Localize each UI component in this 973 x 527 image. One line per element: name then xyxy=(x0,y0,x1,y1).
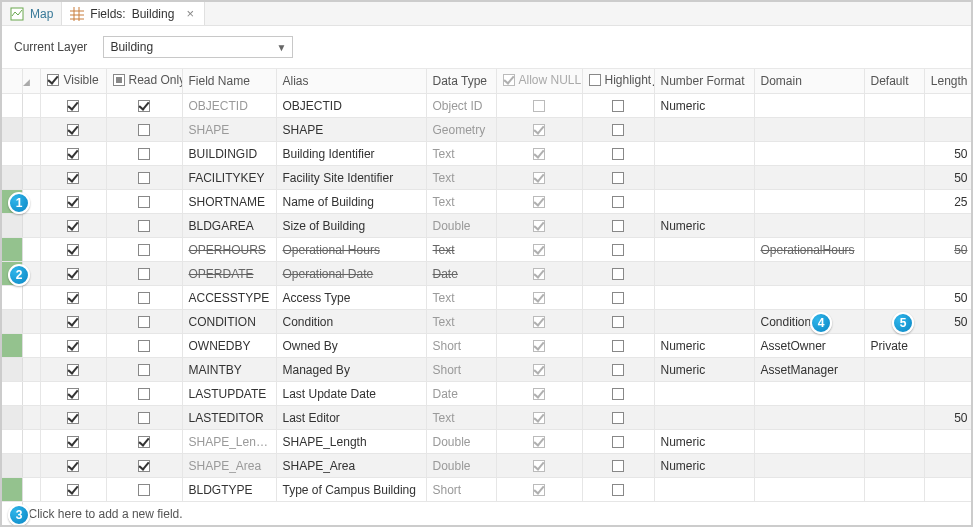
readonly-checkbox[interactable] xyxy=(138,292,150,304)
table-row[interactable]: SHAPE_AreaSHAPE_AreaDoubleNumeric xyxy=(2,454,973,478)
visible-checkbox[interactable] xyxy=(67,388,79,400)
readonly-checkbox[interactable] xyxy=(138,148,150,160)
tab-fields[interactable]: Fields: Building × xyxy=(62,2,205,25)
cell-fieldname[interactable]: ACCESSTYPE xyxy=(182,286,276,310)
cell-datatype[interactable]: Geometry xyxy=(426,118,496,142)
cell-datatype[interactable]: Date xyxy=(426,262,496,286)
cell-datatype[interactable]: Text xyxy=(426,310,496,334)
readonly-checkbox[interactable] xyxy=(138,220,150,232)
cell-domain[interactable] xyxy=(754,478,864,502)
highlight-checkbox[interactable] xyxy=(612,244,624,256)
header-alias[interactable]: Alias xyxy=(276,69,426,94)
cell-length[interactable]: 50 xyxy=(924,310,973,334)
table-row[interactable]: BLDGAREASize of BuildingDoubleNumeric xyxy=(2,214,973,238)
row-header[interactable] xyxy=(2,478,22,502)
row-selector[interactable] xyxy=(22,118,40,142)
cell-alias[interactable]: Managed By xyxy=(276,358,426,382)
cell-datatype[interactable]: Short xyxy=(426,478,496,502)
cell-datatype[interactable]: Text xyxy=(426,142,496,166)
table-row[interactable]: FACILITYKEYFacility Site IdentifierText5… xyxy=(2,166,973,190)
cell-fieldname[interactable]: MAINTBY xyxy=(182,358,276,382)
readonly-checkbox[interactable] xyxy=(138,196,150,208)
cell-default[interactable] xyxy=(864,478,924,502)
layer-select[interactable]: Building ▼ xyxy=(103,36,293,58)
cell-fieldname[interactable]: BLDGAREA xyxy=(182,214,276,238)
cell-fieldname[interactable]: OBJECTID xyxy=(182,94,276,118)
row-selector[interactable] xyxy=(22,166,40,190)
readonly-checkbox[interactable] xyxy=(138,124,150,136)
cell-default[interactable] xyxy=(864,382,924,406)
readonly-checkbox[interactable] xyxy=(138,412,150,424)
cell-numberformat[interactable]: Numeric xyxy=(654,358,754,382)
row-selector[interactable] xyxy=(22,406,40,430)
table-row[interactable]: OPERDATEOperational DateDate xyxy=(2,262,973,286)
cell-length[interactable] xyxy=(924,214,973,238)
cell-length[interactable] xyxy=(924,334,973,358)
header-readonly[interactable]: Read Only xyxy=(106,69,182,94)
cell-length[interactable] xyxy=(924,94,973,118)
header-numberformat[interactable]: Number Format xyxy=(654,69,754,94)
cell-datatype[interactable]: Short xyxy=(426,358,496,382)
cell-numberformat[interactable] xyxy=(654,118,754,142)
highlight-checkbox[interactable] xyxy=(612,268,624,280)
visible-checkbox[interactable] xyxy=(67,316,79,328)
row-header[interactable] xyxy=(2,94,22,118)
cell-default[interactable] xyxy=(864,166,924,190)
highlight-checkbox[interactable] xyxy=(612,460,624,472)
cell-alias[interactable]: Size of Building xyxy=(276,214,426,238)
row-header[interactable] xyxy=(2,382,22,406)
highlight-checkbox[interactable] xyxy=(612,124,624,136)
cell-fieldname[interactable]: SHAPE_Length xyxy=(182,430,276,454)
row-header[interactable] xyxy=(2,214,22,238)
cell-domain[interactable] xyxy=(754,142,864,166)
header-visible[interactable]: Visible xyxy=(40,69,106,94)
cell-domain[interactable]: AssetOwner xyxy=(754,334,864,358)
cell-numberformat[interactable] xyxy=(654,310,754,334)
cell-fieldname[interactable]: BLDGTYPE xyxy=(182,478,276,502)
cell-numberformat[interactable] xyxy=(654,478,754,502)
cell-datatype[interactable]: Object ID xyxy=(426,94,496,118)
readonly-checkbox[interactable] xyxy=(138,316,150,328)
cell-domain[interactable] xyxy=(754,190,864,214)
cell-numberformat[interactable] xyxy=(654,238,754,262)
cell-fieldname[interactable]: OWNEDBY xyxy=(182,334,276,358)
cell-alias[interactable]: Last Update Date xyxy=(276,382,426,406)
cell-alias[interactable]: OBJECTID xyxy=(276,94,426,118)
highlight-checkbox[interactable] xyxy=(612,196,624,208)
cell-length[interactable] xyxy=(924,262,973,286)
cell-datatype[interactable]: Double xyxy=(426,454,496,478)
row-selector[interactable] xyxy=(22,94,40,118)
table-row[interactable]: SHAPESHAPEGeometry xyxy=(2,118,973,142)
highlight-checkbox[interactable] xyxy=(612,148,624,160)
cell-alias[interactable]: Operational Hours xyxy=(276,238,426,262)
visible-checkbox[interactable] xyxy=(67,412,79,424)
cell-alias[interactable]: Operational Date xyxy=(276,262,426,286)
cell-numberformat[interactable] xyxy=(654,382,754,406)
table-row[interactable]: BUILDINGIDBuilding IdentifierText50 xyxy=(2,142,973,166)
cell-alias[interactable]: Name of Building xyxy=(276,190,426,214)
readonly-checkbox[interactable] xyxy=(138,244,150,256)
cell-length[interactable] xyxy=(924,382,973,406)
row-selector[interactable] xyxy=(22,382,40,406)
cell-length[interactable]: 50 xyxy=(924,286,973,310)
highlight-checkbox[interactable] xyxy=(612,412,624,424)
cell-numberformat[interactable]: Numeric xyxy=(654,454,754,478)
table-row[interactable]: LASTUPDATELast Update DateDate xyxy=(2,382,973,406)
tab-map[interactable]: Map xyxy=(2,2,62,25)
cell-length[interactable]: 25 xyxy=(924,190,973,214)
row-selector[interactable] xyxy=(22,310,40,334)
cell-numberformat[interactable]: Numeric xyxy=(654,334,754,358)
cell-default[interactable] xyxy=(864,118,924,142)
readonly-checkbox[interactable] xyxy=(138,364,150,376)
highlight-checkbox[interactable] xyxy=(612,100,624,112)
cell-fieldname[interactable]: CONDITION xyxy=(182,310,276,334)
highlight-checkbox[interactable] xyxy=(612,388,624,400)
cell-alias[interactable]: Last Editor xyxy=(276,406,426,430)
table-row[interactable]: LASTEDITORLast EditorText50 xyxy=(2,406,973,430)
cell-length[interactable]: 50 xyxy=(924,166,973,190)
cell-domain[interactable] xyxy=(754,382,864,406)
cell-numberformat[interactable] xyxy=(654,406,754,430)
visible-checkbox[interactable] xyxy=(67,436,79,448)
row-header[interactable] xyxy=(2,286,22,310)
cell-alias[interactable]: Condition xyxy=(276,310,426,334)
